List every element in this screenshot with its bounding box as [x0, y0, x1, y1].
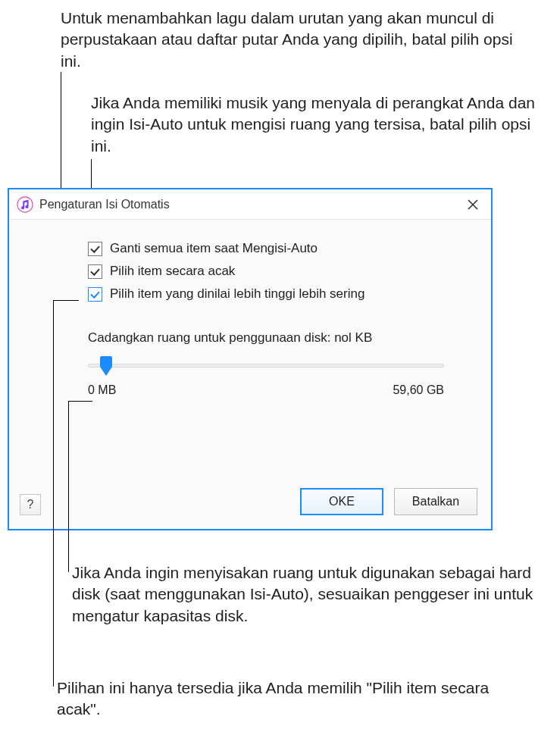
checkbox-row-replace-all: Ganti semua item saat Mengisi-Auto	[88, 241, 470, 256]
dialog-title: Pengaturan Isi Otomatis	[39, 198, 462, 211]
callout-line	[53, 300, 54, 687]
slider-bounds: 0 MB 59,60 GB	[88, 383, 444, 397]
checkbox-row-higher-rated: Pilih item yang dinilai lebih tinggi leb…	[88, 286, 470, 302]
close-button[interactable]	[462, 194, 483, 215]
checkbox-higher-rated[interactable]	[88, 287, 102, 302]
slider-thumb[interactable]	[100, 356, 112, 376]
slider-track-bg	[88, 364, 444, 368]
checkbox-label: Ganti semua item saat Mengisi-Auto	[110, 241, 318, 256]
checkbox-label: Pilih item yang dinilai lebih tinggi leb…	[110, 286, 364, 302]
checkbox-row-random: Pilih item secara acak	[88, 264, 470, 279]
callout-line	[68, 401, 69, 572]
annotation-text: Jika Anda memiliki musik yang menyala di…	[91, 92, 546, 157]
checkbox-replace-all[interactable]	[88, 242, 102, 256]
svg-point-0	[17, 196, 33, 211]
slider-max-label: 59,60 GB	[393, 383, 444, 397]
checkbox-random[interactable]	[88, 264, 102, 279]
callout-line	[53, 300, 79, 301]
reserve-space-section: Cadangkan ruang untuk penggunaan disk: n…	[88, 330, 470, 397]
annotation-text: Pilihan ini hanya tersedia jika Anda mem…	[57, 677, 527, 721]
annotation-text: Jika Anda ingin menyisakan ruang untuk d…	[72, 562, 542, 627]
help-button[interactable]: ?	[20, 494, 41, 515]
checkbox-label: Pilih item secara acak	[110, 264, 235, 279]
reserve-space-slider[interactable]	[88, 355, 444, 376]
annotation-text: Untuk menambahkan lagu dalam urutan yang…	[61, 8, 530, 72]
callout-line	[68, 401, 92, 402]
ok-button[interactable]: OKE	[300, 488, 383, 515]
dialog-body: Ganti semua item saat Mengisi-Auto Pilih…	[9, 220, 491, 529]
cancel-button[interactable]: Batalkan	[394, 488, 477, 515]
slider-label: Cadangkan ruang untuk penggunaan disk: n…	[88, 330, 470, 346]
slider-min-label: 0 MB	[88, 383, 116, 397]
titlebar: Pengaturan Isi Otomatis	[9, 189, 491, 220]
itunes-icon	[17, 196, 33, 213]
dialog-button-row: OKE Batalkan	[300, 488, 477, 515]
autofill-settings-dialog: Pengaturan Isi Otomatis Ganti semua item…	[8, 188, 493, 530]
close-icon	[468, 199, 478, 210]
